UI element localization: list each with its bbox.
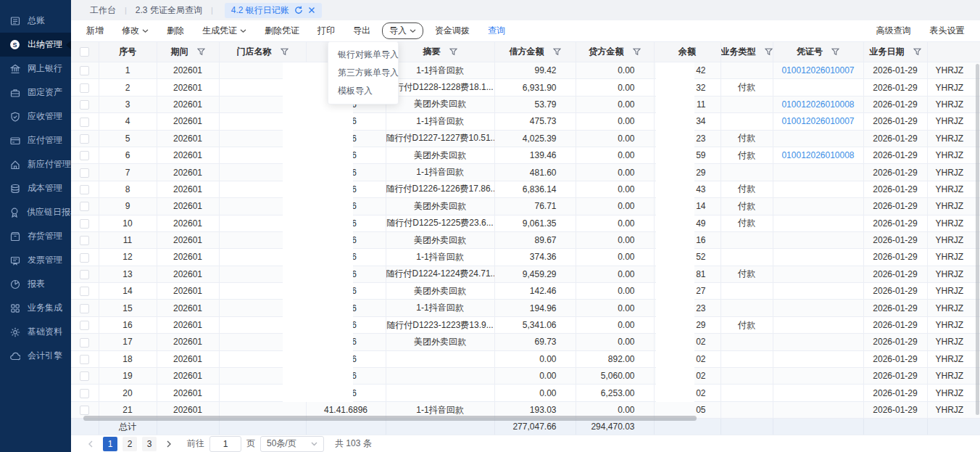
column-header-voucher[interactable]: 凭证号 bbox=[773, 42, 863, 62]
filter-icon[interactable] bbox=[913, 48, 921, 56]
row-checkbox[interactable] bbox=[80, 168, 89, 178]
toolbar-button-新增[interactable]: 新增 bbox=[86, 25, 104, 37]
row-checkbox[interactable] bbox=[80, 355, 89, 364]
sidebar-item-label: 成本管理 bbox=[28, 182, 62, 194]
column-header-debit[interactable]: 借方金额 bbox=[494, 42, 576, 62]
sidebar-item-10[interactable]: 存货管理 bbox=[0, 224, 71, 248]
sidebar-item-3[interactable]: 网上银行 bbox=[0, 57, 71, 81]
total-cell-balance bbox=[654, 419, 721, 435]
refresh-icon[interactable] bbox=[294, 6, 303, 15]
cell-seq: 19 bbox=[99, 368, 157, 385]
sidebar-item-5[interactable]: 应收管理 bbox=[0, 104, 71, 128]
cell-voucher bbox=[773, 164, 863, 181]
sidebar-item-8[interactable]: 成本管理 bbox=[0, 176, 71, 200]
row-checkbox[interactable] bbox=[80, 287, 89, 296]
row-checkbox[interactable] bbox=[80, 66, 89, 75]
cell-debit: 374.36 bbox=[494, 249, 576, 266]
toolbar-button-资金调拨[interactable]: 资金调拨 bbox=[435, 25, 470, 37]
sidebar-item-7[interactable]: 新应付管理 bbox=[0, 152, 71, 176]
close-icon[interactable] bbox=[308, 7, 315, 14]
select-all-checkbox[interactable] bbox=[80, 47, 89, 57]
row-checkbox[interactable] bbox=[80, 253, 89, 263]
filter-icon[interactable] bbox=[553, 48, 561, 56]
column-header-credit[interactable]: 贷方金额 bbox=[576, 42, 654, 62]
toolbar-button-生成凭证[interactable]: 生成凭证 bbox=[202, 25, 246, 37]
sidebar-item-15[interactable]: 会计引擎 bbox=[0, 344, 71, 368]
row-checkbox[interactable] bbox=[80, 371, 89, 381]
row-checkbox[interactable] bbox=[80, 270, 89, 279]
cell-debit: 9,061.35 bbox=[494, 215, 576, 231]
sidebar-item-11[interactable]: 发票管理 bbox=[0, 248, 71, 272]
sidebar-item-label: 供应链日报表 bbox=[27, 206, 71, 218]
filter-icon[interactable] bbox=[281, 48, 288, 56]
tab-workbench[interactable]: 工作台 bbox=[86, 4, 120, 17]
row-checkbox[interactable] bbox=[80, 219, 89, 229]
row-checkbox[interactable] bbox=[80, 118, 89, 127]
toolbar-button-label: 新增 bbox=[86, 25, 104, 37]
column-header-period[interactable]: 期间 bbox=[157, 42, 219, 62]
horizontal-scrollbar[interactable] bbox=[83, 416, 697, 421]
page-size-select[interactable]: 50条/页 bbox=[260, 436, 324, 452]
page-button-3[interactable]: 3 bbox=[142, 437, 157, 451]
import-menu-item-模板导入[interactable]: 模板导入 bbox=[328, 82, 398, 100]
toolbar-button-修改[interactable]: 修改 bbox=[122, 25, 149, 37]
toolbar-button-删除凭证[interactable]: 删除凭证 bbox=[265, 25, 299, 37]
vertical-scrollbar[interactable] bbox=[976, 64, 979, 415]
filter-icon[interactable] bbox=[449, 48, 457, 56]
cell-biz_type bbox=[721, 300, 773, 316]
import-menu-item-第三方账单导入[interactable]: 第三方账单导入 bbox=[328, 64, 398, 82]
tab-bank-journal-active[interactable]: 4.2 银行日记账 bbox=[225, 3, 322, 18]
column-header-date[interactable]: 业务日期 bbox=[863, 42, 927, 62]
sidebar-item-9[interactable]: 供应链日报表 bbox=[0, 200, 71, 224]
toolbar-button-导出[interactable]: 导出 bbox=[353, 25, 370, 37]
sidebar-item-2[interactable]: S出纳管理 bbox=[0, 33, 71, 57]
filter-icon[interactable] bbox=[633, 48, 641, 56]
prev-page-button[interactable] bbox=[83, 437, 98, 451]
sidebar-item-13[interactable]: 业务集成 bbox=[0, 296, 71, 320]
sidebar-item-12[interactable]: 报表 bbox=[0, 272, 71, 296]
row-checkbox[interactable] bbox=[80, 321, 89, 330]
row-checkbox[interactable] bbox=[80, 236, 89, 245]
row-checkbox[interactable] bbox=[80, 151, 89, 160]
row-checkbox[interactable] bbox=[80, 389, 89, 398]
row-checkbox[interactable] bbox=[80, 406, 89, 415]
import-menu-item-银行对账单导入[interactable]: 银行对账单导入 bbox=[328, 46, 398, 64]
sidebar-item-1[interactable]: 总账 bbox=[0, 9, 71, 33]
filter-icon[interactable] bbox=[197, 48, 205, 56]
row-checkbox[interactable] bbox=[80, 83, 89, 93]
voucher-link[interactable]: 010012026010008 bbox=[781, 150, 854, 160]
toolbar-button-导入[interactable]: 导入 bbox=[382, 22, 423, 39]
advanced-query-button[interactable]: 高级查询 bbox=[876, 25, 911, 37]
goto-page-input[interactable] bbox=[209, 436, 241, 452]
column-header-store[interactable]: 门店名称 bbox=[219, 42, 306, 62]
voucher-link[interactable]: 010012026010007 bbox=[781, 116, 854, 126]
row-checkbox[interactable] bbox=[80, 185, 89, 194]
row-checkbox[interactable] bbox=[80, 100, 89, 110]
header-settings-button[interactable]: 表头设置 bbox=[930, 25, 965, 37]
row-checkbox[interactable] bbox=[80, 202, 89, 211]
filter-icon[interactable] bbox=[765, 48, 773, 56]
tab-voucher-global-query[interactable]: 2.3 凭证全局查询 bbox=[131, 4, 207, 17]
cell-credit: 0.00 bbox=[576, 316, 654, 333]
filter-icon[interactable] bbox=[831, 48, 839, 56]
row-checkbox[interactable] bbox=[80, 338, 89, 348]
row-checkbox[interactable] bbox=[80, 134, 89, 144]
column-header-summary[interactable]: 摘要 bbox=[386, 42, 494, 62]
column-header-biz_type[interactable]: 业务类型 bbox=[721, 42, 773, 62]
page-button-2[interactable]: 2 bbox=[122, 437, 137, 451]
toolbar-button-查询[interactable]: 查询 bbox=[488, 25, 505, 37]
toolbar-button-删除[interactable]: 删除 bbox=[167, 25, 184, 37]
cell-tail: YHRJZ bbox=[927, 215, 980, 231]
voucher-link[interactable]: 010012026010008 bbox=[781, 99, 854, 110]
sidebar-item-4[interactable]: 固定资产 bbox=[0, 81, 71, 104]
next-page-button[interactable] bbox=[162, 437, 176, 451]
cell-checkbox bbox=[71, 385, 99, 401]
row-checkbox[interactable] bbox=[80, 304, 89, 313]
voucher-link[interactable]: 010012026010007 bbox=[781, 65, 854, 75]
toolbar-button-打印[interactable]: 打印 bbox=[317, 25, 335, 37]
column-label: 业务日期 bbox=[870, 46, 905, 58]
sidebar-item-14[interactable]: 基础资料 bbox=[0, 320, 71, 344]
page-button-1[interactable]: 1 bbox=[103, 437, 117, 451]
total-cell-tail bbox=[927, 419, 980, 435]
sidebar-item-6[interactable]: 应付管理 bbox=[0, 128, 71, 152]
